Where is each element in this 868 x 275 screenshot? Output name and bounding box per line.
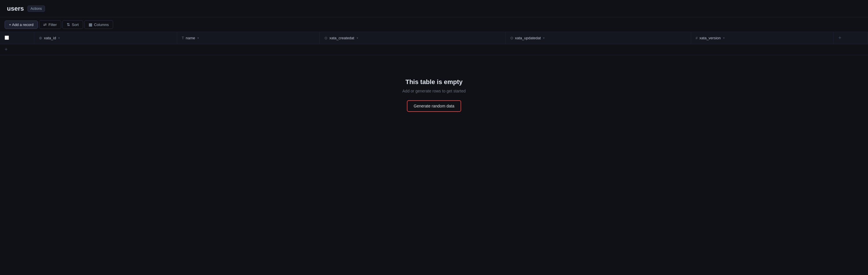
header-bar: users Actions	[0, 0, 868, 17]
add-row-cell[interactable]: +	[0, 44, 34, 55]
th-xata-updatedat: ⊙ xata_updatedat ▾	[505, 32, 691, 44]
th-checkbox	[0, 32, 34, 44]
table-container: ⊛ xata_id ▾ T name ▾ ⊙ xata_createda	[0, 32, 868, 55]
th-xata-version: # xata_version ▾	[691, 32, 834, 44]
add-row-row: +	[0, 44, 868, 55]
add-column-button[interactable]: +	[838, 35, 841, 41]
table-header-row: ⊛ xata_id ▾ T name ▾ ⊙ xata_createda	[0, 32, 868, 44]
add-record-button[interactable]: + Add a record	[5, 21, 38, 29]
page-title: users	[7, 5, 24, 12]
generate-random-data-button[interactable]: Generate random data	[407, 100, 461, 112]
empty-state: This table is empty Add or generate rows…	[0, 55, 868, 135]
columns-button[interactable]: ▦ Columns	[84, 20, 113, 29]
columns-icon: ▦	[89, 22, 92, 27]
sort-button[interactable]: ⇅ Sort	[62, 20, 83, 29]
select-all-checkbox[interactable]	[5, 35, 9, 40]
th-add-column: +	[834, 32, 868, 44]
createdat-col-icon: ⊙	[324, 36, 328, 40]
actions-button[interactable]: Actions	[27, 5, 45, 12]
data-table: ⊛ xata_id ▾ T name ▾ ⊙ xata_createda	[0, 32, 868, 55]
version-col-icon: #	[696, 36, 698, 40]
updatedat-col-icon: ⊙	[510, 36, 514, 40]
toolbar: + Add a record ⇄ Filter ⇅ Sort ▦ Columns	[0, 17, 868, 32]
sort-icon: ⇅	[67, 22, 70, 27]
empty-subtitle: Add or generate rows to get started	[402, 89, 465, 93]
updatedat-sort-icon[interactable]: ▾	[543, 36, 545, 39]
filter-button[interactable]: ⇄ Filter	[39, 20, 61, 29]
xata-id-sort-icon[interactable]: ▾	[58, 36, 60, 39]
th-xata-createdat: ⊙ xata_createdat ▾	[320, 32, 505, 44]
filter-icon: ⇄	[43, 22, 47, 27]
version-sort-icon[interactable]: ▾	[723, 36, 724, 39]
text-col-icon: T	[182, 36, 184, 40]
th-xata-id: ⊛ xata_id ▾	[34, 32, 177, 44]
id-col-icon: ⊛	[39, 36, 42, 40]
name-sort-icon[interactable]: ▾	[197, 36, 199, 39]
th-name: T name ▾	[177, 32, 320, 44]
empty-title: This table is empty	[405, 78, 463, 86]
createdat-sort-icon[interactable]: ▾	[356, 36, 358, 39]
